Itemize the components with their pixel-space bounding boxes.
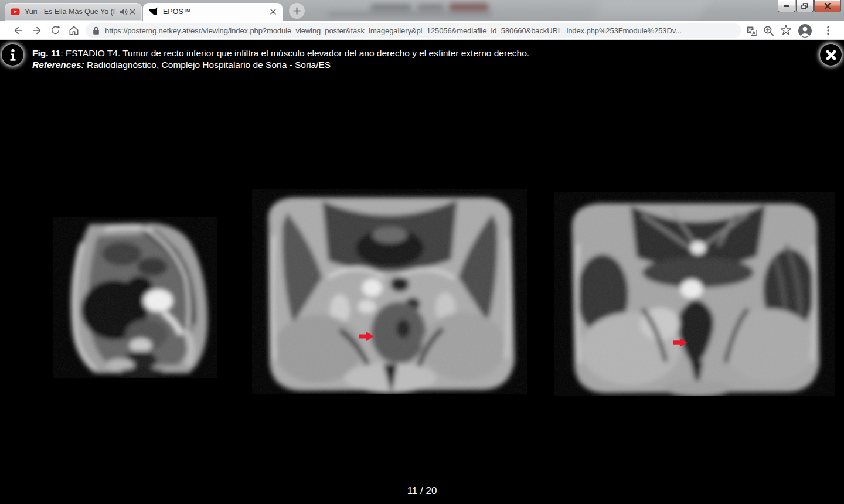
titlebar-smudge	[328, 12, 492, 16]
profile-avatar[interactable]	[797, 23, 812, 38]
figure-caption: Fig. 11: ESTADIO T4. Tumor de recto infe…	[32, 47, 806, 70]
browser-window: Yuri - Es Ella Más Que Yo (Pri EPOS™	[0, 0, 844, 504]
minimize-button[interactable]	[778, 0, 795, 12]
tab-close-icon[interactable]	[268, 7, 278, 16]
red-arrow-marker	[673, 338, 687, 349]
figure-separator: :	[60, 48, 66, 58]
titlebar-smudge	[370, 4, 411, 11]
mri-image-coronal-right[interactable]	[554, 192, 835, 396]
tab-youtube[interactable]: Yuri - Es Ella Más Que Yo (Pri	[5, 3, 142, 21]
zoom-in-icon[interactable]	[761, 23, 776, 38]
window-controls	[778, 0, 841, 12]
info-button[interactable]	[2, 44, 23, 66]
caption-line-1: Fig. 11: ESTADIO T4. Tumor de recto infe…	[32, 47, 806, 59]
epos-icon	[149, 7, 158, 16]
bookmark-star-icon[interactable]	[778, 23, 794, 38]
titlebar-smudge	[417, 4, 444, 11]
caption-line-2: References: Radiodiagnóstico, Complejo H…	[32, 59, 806, 71]
titlebar-smudge	[449, 3, 489, 11]
restore-icon	[801, 3, 808, 9]
tab-close-icon[interactable]	[128, 7, 137, 16]
home-button[interactable]	[66, 22, 81, 38]
speaker-icon[interactable]	[120, 8, 128, 16]
titlebar: Yuri - Es Ella Más Que Yo (Pri EPOS™	[0, 0, 844, 21]
restore-button[interactable]	[796, 0, 814, 12]
image-gallery-viewer: Fig. 11: ESTADIO T4. Tumor de recto infe…	[0, 40, 844, 504]
url-text: https://posterng.netkey.at/esr/viewing/i…	[105, 26, 682, 35]
info-icon	[8, 49, 18, 62]
menu-dots-icon[interactable]	[821, 23, 836, 38]
figure-text: ESTADIO T4. Tumor de recto inferior que …	[66, 48, 529, 58]
red-arrow-marker	[359, 332, 374, 343]
mri-image-sagittal[interactable]	[53, 217, 217, 378]
references-text: Radiodiagnóstico, Complejo Hospitalario …	[84, 60, 331, 70]
titlebar-smudge	[593, 0, 708, 21]
address-bar[interactable]: https://posterng.netkey.at/esr/viewing/i…	[86, 23, 741, 38]
page-indicator-text: 11 / 20	[407, 485, 437, 496]
window-close-button[interactable]	[814, 0, 841, 12]
reload-button[interactable]	[47, 22, 63, 38]
back-button[interactable]	[10, 22, 26, 38]
tab-epos[interactable]: EPOS™	[143, 3, 283, 21]
browser-toolbar: https://posterng.netkey.at/esr/viewing/i…	[0, 21, 844, 40]
close-x-icon	[825, 49, 838, 62]
new-tab-button[interactable]	[289, 3, 305, 19]
translate-icon[interactable]	[744, 23, 759, 38]
tab-title: Yuri - Es Ella Más Que Yo (Pri	[25, 8, 116, 16]
page-indicator: 11 / 20	[0, 485, 844, 497]
forward-button[interactable]	[29, 22, 45, 38]
references-label: References:	[32, 60, 84, 70]
figure-label: Fig. 11	[32, 48, 60, 58]
gallery-close-button[interactable]	[820, 44, 842, 66]
lock-icon[interactable]	[93, 26, 100, 35]
tab-title: EPOS™	[163, 8, 265, 16]
minimize-icon	[784, 5, 789, 7]
mri-image-coronal-left[interactable]	[252, 189, 528, 394]
window-close-icon	[824, 3, 831, 9]
youtube-icon	[11, 7, 20, 16]
